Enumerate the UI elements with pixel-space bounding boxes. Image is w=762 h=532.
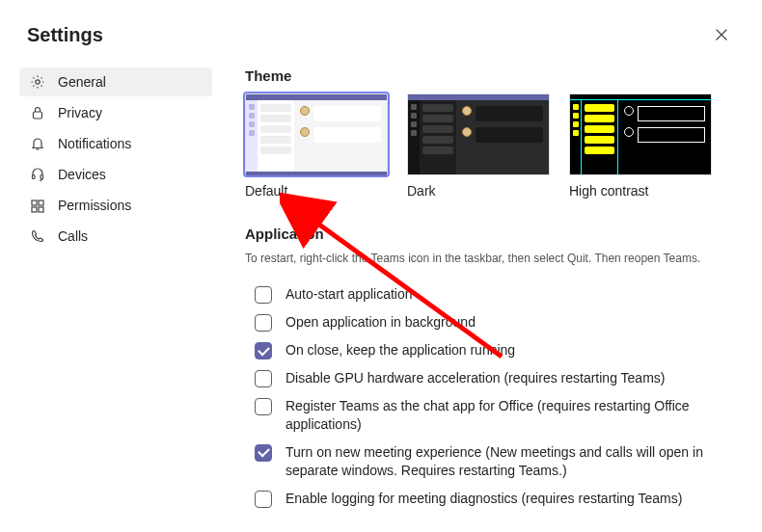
sidebar-item-label: Notifications [58, 136, 131, 151]
checkbox-enable-logging[interactable] [255, 491, 272, 508]
svg-rect-4 [32, 200, 37, 205]
svg-rect-1 [34, 112, 42, 119]
checkbox-new-meeting-experience[interactable] [255, 444, 272, 462]
bell-icon [29, 136, 46, 151]
application-subtext: To restart, right-click the Teams icon i… [245, 252, 743, 265]
sidebar-item-label: Calls [58, 228, 88, 244]
sidebar-item-general[interactable]: General [19, 67, 212, 96]
sidebar-item-label: Devices [58, 167, 106, 182]
checkbox-label: Enable logging for meeting diagnostics (… [286, 490, 682, 508]
theme-label: Default [245, 183, 388, 199]
option-open-background: Open application in background [245, 308, 743, 336]
theme-label: High contrast [569, 183, 712, 199]
theme-preview-default [245, 93, 388, 175]
theme-preview-dark [407, 93, 550, 175]
option-register-chat-app: Register Teams as the chat app for Offic… [245, 392, 743, 439]
sidebar-item-label: Privacy [58, 105, 102, 120]
sidebar-item-permissions[interactable]: Permissions [19, 191, 212, 220]
settings-sidebar: General Privacy Notifications Devices Pe [19, 67, 212, 513]
checkbox-label: Open application in background [286, 313, 476, 332]
close-button[interactable] [708, 21, 735, 48]
option-enable-logging: Enable logging for meeting diagnostics (… [245, 485, 743, 513]
checkbox-label: Register Teams as the chat app for Offic… [286, 397, 743, 434]
option-new-meeting-experience: Turn on new meeting experience (New meet… [245, 439, 743, 485]
sidebar-item-devices[interactable]: Devices [19, 160, 212, 189]
lock-icon [29, 105, 46, 120]
option-auto-start: Auto-start application [245, 280, 743, 308]
checkbox-register-chat-app[interactable] [255, 398, 272, 415]
svg-rect-2 [33, 175, 36, 179]
svg-rect-5 [39, 200, 43, 205]
application-heading: Application [245, 226, 743, 242]
theme-option-dark[interactable]: Dark [407, 93, 550, 199]
option-on-close-keep-running: On close, keep the application running [245, 336, 743, 364]
gear-icon [29, 74, 46, 90]
checkbox-label: On close, keep the application running [286, 341, 515, 359]
checkbox-label: Auto-start application [286, 285, 413, 304]
close-icon [716, 29, 727, 40]
checkbox-on-close-keep-running[interactable] [255, 342, 272, 359]
option-disable-gpu: Disable GPU hardware acceleration (requi… [245, 364, 743, 392]
checkbox-open-background[interactable] [255, 314, 272, 332]
theme-option-high-contrast[interactable]: High contrast [569, 93, 712, 199]
theme-label: Dark [407, 183, 550, 199]
checkbox-label: Disable GPU hardware acceleration (requi… [286, 369, 665, 387]
sidebar-item-calls[interactable]: Calls [19, 222, 212, 251]
svg-rect-6 [32, 207, 37, 212]
sidebar-item-label: Permissions [58, 198, 131, 213]
sidebar-item-privacy[interactable]: Privacy [19, 98, 212, 127]
phone-icon [29, 228, 46, 244]
headset-icon [29, 167, 46, 182]
checkbox-label: Turn on new meeting experience (New meet… [286, 443, 743, 480]
sidebar-item-notifications[interactable]: Notifications [19, 129, 212, 158]
page-title: Settings [27, 24, 103, 46]
checkbox-disable-gpu[interactable] [255, 370, 272, 387]
sidebar-item-label: General [58, 74, 106, 90]
svg-rect-3 [41, 175, 43, 179]
svg-point-0 [36, 80, 40, 84]
theme-heading: Theme [245, 67, 743, 84]
checkbox-auto-start[interactable] [255, 286, 272, 304]
theme-option-default[interactable]: Default [245, 93, 388, 199]
svg-rect-7 [39, 207, 43, 212]
key-icon [29, 198, 46, 213]
theme-preview-high-contrast [569, 93, 712, 175]
